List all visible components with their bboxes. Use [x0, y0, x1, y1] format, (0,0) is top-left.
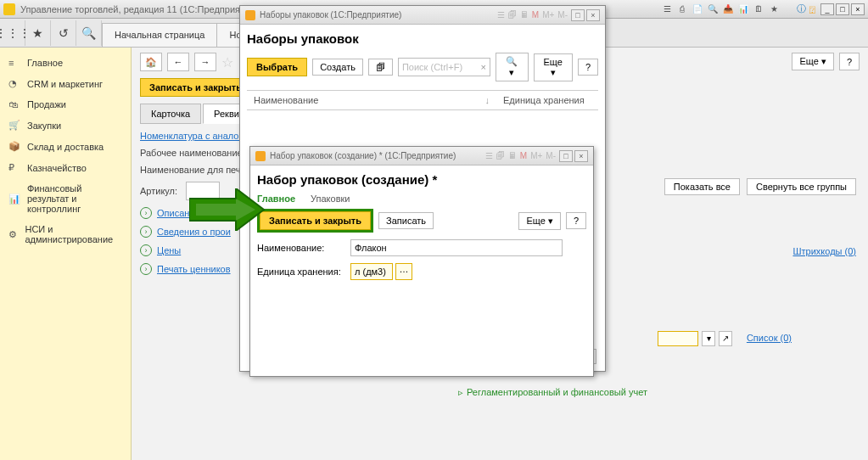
barcodes-link[interactable]: Штрихкоды (0)	[792, 246, 856, 256]
modal1-close[interactable]: ×	[586, 9, 600, 21]
sidebar-item-crm[interactable]: ◔CRM и маркетинг	[0, 73, 131, 94]
favorites-icon[interactable]: ★	[25, 20, 51, 46]
save-close-button[interactable]: Записать и закрыть	[140, 78, 251, 97]
header-icon[interactable]: ☰	[661, 3, 673, 15]
copy-button[interactable]: 🗐	[368, 59, 393, 76]
sort-icon[interactable]: ↓	[485, 95, 490, 105]
back-button[interactable]: ←	[167, 53, 189, 71]
sidebar-item-admin[interactable]: ⚙НСИ и администрирование	[0, 219, 131, 250]
sidebar-item-label: CRM и маркетинг	[27, 79, 103, 89]
forward-button[interactable]: →	[194, 53, 216, 71]
sidebar-item-label: Казначейство	[27, 163, 87, 173]
help-icon[interactable]: ⍰	[809, 4, 815, 14]
yellow-input[interactable]	[658, 331, 698, 346]
titlebar-icon[interactable]: M	[520, 151, 527, 160]
col-unit[interactable]: Единица хранения	[496, 91, 598, 109]
app-logo-icon	[255, 151, 266, 161]
collapse-button[interactable]: Свернуть все группы	[747, 178, 856, 195]
col-name[interactable]: Наименование	[254, 95, 318, 105]
titlebar-icon[interactable]: 🗐	[496, 151, 505, 160]
titlebar-icon[interactable]: ☰	[497, 10, 505, 20]
titlebar-icon[interactable]: M	[532, 10, 539, 20]
sidebar-item-label: Закупки	[27, 121, 61, 131]
tab-home[interactable]: Начальная страница	[102, 23, 217, 47]
pie-icon: ◔	[8, 78, 20, 89]
sidebar-item-treasury[interactable]: ₽Казначейство	[0, 157, 131, 178]
header-icon[interactable]: ⎙	[676, 3, 688, 15]
sidebar-item-purchases[interactable]: 🛒Закупки	[0, 115, 131, 136]
modal1-more[interactable]: Еще ▾	[534, 53, 573, 81]
help-button[interactable]: ?	[839, 53, 860, 70]
list-link[interactable]: Список (0)	[747, 333, 792, 343]
search-input[interactable]: Поиск (Ctrl+F)×	[398, 58, 490, 76]
header-icon[interactable]: 🗓	[753, 3, 764, 15]
tab-packages[interactable]: Упаковки	[311, 194, 350, 204]
name-input[interactable]	[350, 239, 563, 256]
titlebar-icon[interactable]: M+	[530, 151, 542, 160]
sidebar-item-finance[interactable]: 📊Финансовый результат и контроллинг	[0, 178, 131, 219]
sidebar-item-main[interactable]: ≡Главное	[0, 53, 131, 73]
search-icon[interactable]: 🔍	[76, 20, 102, 46]
modal2-close[interactable]: ×	[574, 150, 588, 162]
modal1-help[interactable]: ?	[578, 59, 598, 76]
apps-icon[interactable]: ⋮⋮⋮	[0, 20, 25, 46]
modal2-maximize[interactable]: □	[559, 150, 573, 162]
unit-label: Единица хранения:	[257, 266, 350, 277]
info-icon[interactable]: ⓘ	[797, 3, 806, 15]
history-icon[interactable]: ↺	[51, 20, 76, 46]
modal1-title: Наборы упаковок (1С:Предприятие)	[260, 10, 401, 20]
titlebar-icon[interactable]: M-	[557, 10, 568, 20]
open-icon[interactable]: ↗	[719, 331, 732, 346]
unit-input[interactable]	[350, 263, 393, 280]
sidebar-item-warehouse[interactable]: 📦Склад и доставка	[0, 136, 131, 157]
expand-icon: ▹	[458, 387, 463, 397]
similar-link[interactable]: Номенклатура с аналоги	[140, 131, 248, 141]
show-all-button[interactable]: Показать все	[664, 178, 740, 195]
header-icon[interactable]: ★	[768, 3, 780, 15]
create-button[interactable]: Создать	[312, 59, 363, 76]
titlebar-icon[interactable]: 🗐	[508, 10, 517, 20]
header-icons: ☰ ⎙ 📄 🔍 📥 📊 🗓 ★	[661, 3, 780, 15]
unit-picker-button[interactable]: …	[395, 263, 412, 280]
titlebar-icon[interactable]: 🖩	[508, 151, 517, 160]
home-button[interactable]: 🏠	[140, 53, 162, 71]
sidebar-item-sales[interactable]: 🛍Продажи	[0, 94, 131, 115]
app-logo-icon	[245, 10, 255, 20]
dropdown-icon[interactable]: ▾	[702, 331, 715, 346]
titlebar-icon[interactable]: M+	[542, 10, 554, 20]
header-icon[interactable]: 📊	[737, 3, 749, 15]
app-logo-icon	[3, 3, 15, 15]
search-button[interactable]: 🔍 ▾	[496, 53, 529, 81]
name-label: Наименование:	[257, 243, 350, 253]
save-close-button[interactable]: Записать и закрыть	[260, 211, 371, 230]
more-button[interactable]: Еще ▾	[792, 53, 833, 70]
titlebar-icon[interactable]: 🖩	[520, 10, 529, 20]
header-icon[interactable]: 📥	[722, 3, 734, 15]
expand-icon: ›	[140, 244, 152, 256]
modal1-maximize[interactable]: □	[571, 9, 585, 21]
modal2-help[interactable]: ?	[566, 212, 586, 229]
header-icon[interactable]: 📄	[692, 3, 703, 15]
tab-card[interactable]: Карточка	[140, 104, 201, 124]
close-button[interactable]: ×	[851, 3, 865, 15]
sidebar-item-label: Главное	[27, 58, 63, 68]
star-icon[interactable]: ☆	[221, 54, 233, 70]
sidebar-item-label: Финансовый результат и контроллинг	[27, 183, 122, 214]
expand-icon: ›	[140, 226, 152, 238]
print-name-label: Наименование для печат	[140, 165, 250, 175]
expand-icon: ›	[140, 263, 152, 275]
maximize-button[interactable]: □	[836, 3, 849, 15]
modal1-titlebar[interactable]: Наборы упаковок (1С:Предприятие) ☰ 🗐 🖩 M…	[240, 6, 605, 25]
bottom-link[interactable]: ▹Регламентированный и финансовый учет	[458, 387, 647, 398]
titlebar-icon[interactable]: M-	[546, 151, 556, 160]
header-icon[interactable]: 🔍	[707, 3, 719, 15]
working-name-label: Рабочее наименование:	[140, 148, 245, 158]
save-button[interactable]: Записать	[378, 212, 434, 229]
menu-icon: ≡	[8, 58, 20, 68]
modal2-more[interactable]: Еще ▾	[518, 212, 560, 230]
cart-icon: 🛒	[8, 120, 20, 131]
minimize-button[interactable]: _	[820, 3, 834, 15]
modal2-titlebar[interactable]: Набор упаковок (создание) * (1С:Предприя…	[250, 147, 593, 165]
titlebar-icon[interactable]: ☰	[485, 151, 493, 160]
select-button[interactable]: Выбрать	[247, 58, 307, 76]
